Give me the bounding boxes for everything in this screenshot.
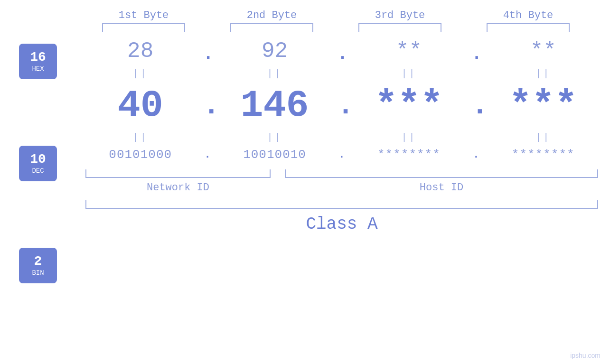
hex-dot3: . — [471, 44, 481, 64]
dec-byte4: *** — [496, 79, 591, 132]
bracket-top-4 — [487, 23, 570, 32]
bracket-top-3 — [358, 23, 441, 32]
watermark: ipshu.com — [570, 352, 601, 359]
dec-byte1: 40 — [93, 79, 188, 132]
id-labels-row: Network ID Host ID — [85, 182, 598, 194]
bin-byte3: ******** — [361, 143, 456, 167]
hex-text: HEX — [32, 65, 44, 73]
bracket-top-1 — [102, 23, 185, 32]
bin-byte4: ******** — [496, 143, 591, 167]
hex-byte4: ** — [496, 34, 591, 68]
bin-badge: 2 BIN — [19, 248, 57, 283]
eq1-1: || — [93, 68, 188, 79]
byte1-label: 1st Byte — [96, 9, 191, 21]
hex-badge: 16 HEX — [19, 44, 57, 79]
byte3-label: 3rd Byte — [353, 9, 448, 21]
eq2-3: || — [361, 132, 456, 143]
base-labels-column: 16 HEX 10 DEC 2 BIN — [19, 44, 57, 283]
network-bracket — [85, 169, 271, 178]
eq1-4: || — [496, 68, 591, 79]
bin-number: 2 — [34, 254, 42, 269]
eq2-4: || — [496, 132, 591, 143]
bin-dot1: . — [203, 149, 212, 161]
host-bracket — [285, 169, 598, 178]
equals-row-2: || || || || — [85, 132, 598, 143]
eq1-2: || — [227, 68, 322, 79]
class-label: Class A — [85, 215, 598, 234]
dec-dot2: . — [337, 90, 347, 122]
dec-byte3: *** — [361, 79, 456, 132]
main-container: 1st Byte 2nd Byte 3rd Byte 4th Byte 16 H… — [0, 0, 610, 364]
eq1-3: || — [361, 68, 456, 79]
bin-data-row: 00101000 . 10010010 . ******** . *******… — [85, 143, 598, 167]
hex-dot2: . — [337, 44, 347, 64]
bottom-brackets — [85, 169, 598, 178]
hex-byte3: ** — [361, 34, 456, 68]
bin-dot2: . — [337, 149, 347, 161]
eq2-1: || — [93, 132, 188, 143]
hex-number: 16 — [30, 50, 46, 65]
bin-byte1: 00101000 — [93, 143, 188, 167]
byte-headers: 1st Byte 2nd Byte 3rd Byte 4th Byte — [80, 0, 592, 21]
bin-dot3: . — [471, 149, 481, 161]
eq2-2: || — [227, 132, 322, 143]
bin-text: BIN — [32, 269, 44, 277]
dec-number: 10 — [30, 152, 46, 167]
dec-dot3: . — [471, 90, 481, 122]
byte2-label: 2nd Byte — [225, 9, 319, 21]
full-bracket — [85, 200, 598, 209]
hex-byte1: 28 — [93, 34, 188, 68]
hex-dot1: . — [203, 44, 212, 64]
equals-row-1: || || || || — [85, 68, 598, 79]
dec-dot1: . — [203, 90, 212, 122]
hex-byte2: 92 — [227, 34, 322, 68]
top-brackets — [80, 23, 592, 32]
dec-badge: 10 DEC — [19, 146, 57, 181]
byte4-label: 4th Byte — [481, 9, 576, 21]
host-id-label: Host ID — [285, 182, 598, 194]
dec-data-row: 40 . 146 . *** . *** — [85, 79, 598, 132]
hex-data-row: 28 . 92 . ** . ** — [85, 34, 598, 68]
dec-byte2: 146 — [227, 79, 322, 132]
bin-byte2: 10010010 — [227, 143, 322, 167]
bracket-top-2 — [230, 23, 313, 32]
network-id-label: Network ID — [85, 182, 271, 194]
dec-text: DEC — [32, 167, 44, 175]
